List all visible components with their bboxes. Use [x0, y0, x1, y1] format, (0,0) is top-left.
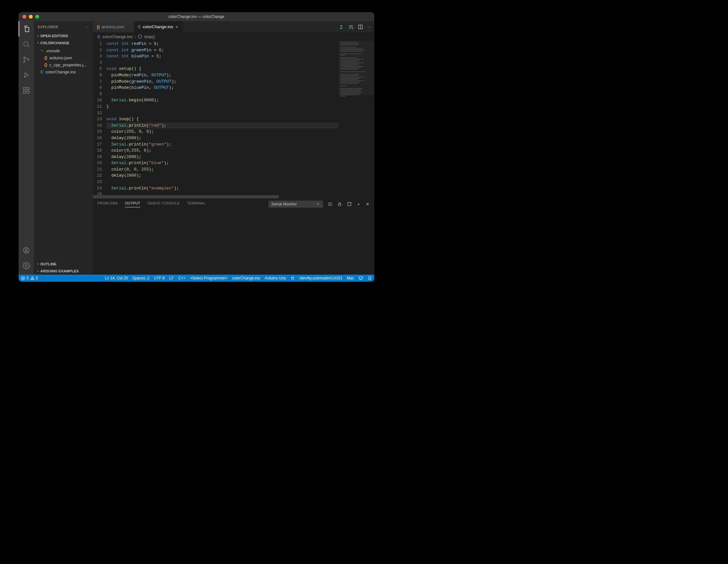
- more-actions-icon[interactable]: ···: [368, 24, 371, 29]
- breadcrumbs[interactable]: C colorChange.ino › loop(): [93, 32, 374, 41]
- cpp-file-icon: C: [138, 24, 141, 29]
- method-icon: [138, 34, 142, 39]
- activity-extensions-icon[interactable]: [19, 83, 34, 98]
- section-folder[interactable]: COLORCHANGE: [34, 39, 93, 46]
- status-programmer[interactable]: <Select Programmer>: [188, 275, 230, 282]
- chevron-right-icon: [36, 34, 40, 37]
- status-indent[interactable]: Spaces: 2: [130, 275, 152, 282]
- bottom-panel: PROBLEMSOUTPUTDEBUG CONSOLETERMINAL Seri…: [93, 198, 374, 275]
- activity-settings-icon[interactable]: [19, 258, 34, 273]
- status-platform[interactable]: Mac: [344, 275, 356, 282]
- cpp-file-icon: C: [39, 70, 45, 74]
- file-tree-item[interactable]: CcolorChange.ino: [34, 68, 93, 75]
- lock-scroll-icon[interactable]: [337, 202, 342, 207]
- file-tree-label: c_cpp_properties.j...: [49, 62, 87, 67]
- sidebar-more-icon[interactable]: ···: [86, 25, 89, 29]
- svg-point-0: [24, 42, 28, 46]
- file-tree-item[interactable]: {}c_cpp_properties.j...: [34, 61, 93, 68]
- chevron-down-icon: [36, 41, 40, 45]
- cpp-file-icon: C: [97, 34, 100, 39]
- section-open-editors[interactable]: OPEN EDITORS: [34, 32, 93, 39]
- svg-point-1: [24, 57, 25, 58]
- activity-explorer-icon[interactable]: [19, 21, 34, 37]
- sidebar: EXPLORER ··· OPEN EDITORS COLORCHANGE .v…: [34, 21, 93, 275]
- titlebar[interactable]: colorChange.ino — colorChange: [19, 12, 374, 21]
- window-title: colorChange.ino — colorChange: [19, 14, 374, 19]
- code-editor[interactable]: 1234567891011121314151617181920212223242…: [93, 41, 338, 194]
- json-file-icon: {}: [43, 55, 49, 60]
- plug-icon[interactable]: [288, 275, 297, 282]
- tab-close-icon[interactable]: [175, 25, 179, 29]
- svg-point-15: [32, 279, 32, 279]
- panel-tab[interactable]: DEBUG CONSOLE: [147, 201, 180, 207]
- editor-actions: ···: [335, 21, 374, 32]
- breadcrumb-file[interactable]: colorChange.ino: [102, 34, 133, 39]
- clear-output-icon[interactable]: [347, 202, 352, 207]
- status-eol[interactable]: LF: [167, 275, 176, 282]
- arduino-verify-icon[interactable]: [348, 24, 353, 29]
- svg-point-10: [25, 265, 27, 267]
- editor-area: {}arduino.jsonCcolorChange.ino ··· C: [93, 21, 374, 275]
- sidebar-title: EXPLORER ···: [34, 21, 93, 32]
- file-tree-label: arduino.json: [49, 55, 72, 60]
- window-minimize-icon[interactable]: [29, 15, 33, 19]
- file-tree: .vscode{}arduino.json{}c_cpp_properties.…: [34, 46, 93, 76]
- arduino-upload-icon[interactable]: [339, 24, 344, 29]
- svg-rect-6: [27, 91, 29, 93]
- panel-tab[interactable]: OUTPUT: [125, 201, 140, 207]
- chevron-right-icon: [36, 270, 40, 273]
- svg-point-9: [25, 249, 27, 251]
- status-cursor[interactable]: Ln 14, Col 25: [103, 275, 130, 282]
- status-sketch[interactable]: colorChange.ino: [230, 275, 262, 282]
- filter-icon[interactable]: [327, 202, 333, 207]
- svg-rect-12: [338, 204, 341, 206]
- status-errors[interactable]: 0 0: [19, 275, 40, 282]
- section-outline[interactable]: OUTLINE: [34, 261, 93, 268]
- section-arduino-examples[interactable]: ARDUINO EXAMPLES: [34, 268, 93, 275]
- window-zoom-icon[interactable]: [35, 15, 39, 19]
- tab-label: colorChange.ino: [143, 24, 173, 29]
- panel-close-icon[interactable]: [365, 202, 370, 206]
- chevron-right-icon: [36, 262, 40, 266]
- tab-label: arduino.json: [102, 24, 124, 29]
- status-language[interactable]: C++: [176, 275, 188, 282]
- editor-tab[interactable]: CcolorChange.ino: [134, 21, 183, 32]
- panel-tab[interactable]: TERMINAL: [187, 201, 206, 207]
- bell-icon[interactable]: [365, 275, 374, 282]
- json-file-icon: {}: [97, 24, 100, 29]
- status-board[interactable]: Arduino Uno: [262, 275, 288, 282]
- status-port[interactable]: /dev/tty.usbmodem14101: [297, 275, 344, 282]
- editor-tab[interactable]: {}arduino.json: [93, 21, 134, 32]
- statusbar: 0 0 Ln 14, Col 25 Spaces: 2 UTF-8 LF C++…: [19, 275, 374, 282]
- activity-scm-icon[interactable]: [19, 52, 34, 67]
- svg-rect-5: [23, 91, 26, 93]
- svg-rect-7: [27, 87, 29, 90]
- file-tree-label: .vscode: [45, 48, 60, 53]
- file-tree-label: colorChange.ino: [45, 70, 76, 74]
- feedback-icon[interactable]: [356, 275, 365, 282]
- activity-bar: [19, 21, 34, 275]
- svg-point-3: [28, 59, 29, 60]
- file-tree-item[interactable]: .vscode: [34, 47, 93, 54]
- activity-search-icon[interactable]: [19, 37, 34, 52]
- chevron-down-icon: [39, 49, 45, 52]
- activity-debug-icon[interactable]: [19, 67, 34, 83]
- chevron-down-icon: [316, 202, 320, 206]
- window-close-icon[interactable]: [22, 15, 26, 19]
- minimap[interactable]: [338, 41, 374, 194]
- panel-maximize-icon[interactable]: [356, 202, 361, 206]
- editor-tabs: {}arduino.jsonCcolorChange.ino ···: [93, 21, 374, 32]
- output-channel-dropdown[interactable]: Serial Monitor: [269, 201, 323, 208]
- svg-rect-4: [23, 87, 26, 90]
- file-tree-item[interactable]: {}arduino.json: [34, 54, 93, 61]
- horizontal-scrollbar[interactable]: [93, 195, 279, 198]
- panel-tab[interactable]: PROBLEMS: [97, 201, 118, 207]
- split-editor-icon[interactable]: [358, 24, 363, 29]
- activity-accounts-icon[interactable]: [19, 243, 34, 258]
- vscode-window: colorChange.ino — colorChange: [19, 12, 374, 282]
- json-file-icon: {}: [43, 62, 49, 67]
- output-body[interactable]: [93, 210, 374, 275]
- breadcrumb-symbol[interactable]: loop(): [144, 34, 155, 39]
- status-encoding[interactable]: UTF-8: [152, 275, 167, 282]
- traffic-lights: [22, 15, 39, 19]
